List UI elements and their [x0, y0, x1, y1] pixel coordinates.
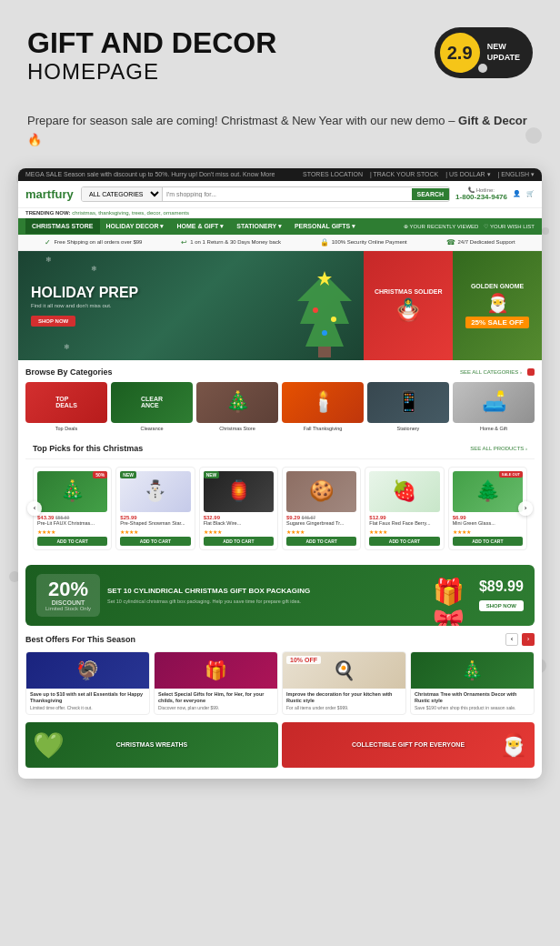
category-stationery[interactable]: 📱 Stationery [367, 382, 449, 431]
add-to-cart-btn-1[interactable]: ADD TO CART [37, 537, 107, 546]
hero-title: HOLIDAY PREP [31, 285, 138, 301]
trust-bar: ✓ Free Shipping on all orders over $99 ↩… [18, 235, 542, 251]
product-stars-1: ★★★★ [37, 528, 107, 535]
offers-grid: 🦃 Save up to $10 with set all Essentials… [25, 651, 535, 715]
site-logo[interactable]: martfury [25, 187, 75, 201]
add-to-cart-btn-4[interactable]: ADD TO CART [286, 537, 356, 546]
cat-name-christmas: Christmas Store [219, 426, 255, 431]
navbar-icons: 👤 🛒 [513, 190, 535, 197]
products-section: Top Picks for this Christmas SEE ALL PRO… [18, 438, 542, 565]
tree-svg [293, 269, 356, 360]
svg-point-4 [322, 330, 327, 336]
snowflake-2: ❄ [91, 265, 97, 273]
add-to-cart-btn-3[interactable]: ADD TO CART [204, 537, 274, 546]
stores-link[interactable]: STORES LOCATION [303, 171, 363, 177]
nav-item-holiday[interactable]: HOLIDAY DECOR ▾ [100, 218, 171, 235]
svg-point-3 [331, 317, 336, 322]
offer-card-3[interactable]: 🍳 10% OFF Improve the decoration for you… [282, 651, 406, 715]
topbar: MEGA SALE Season sale with discount up t… [18, 168, 542, 181]
user-icon[interactable]: 👤 [513, 190, 521, 197]
trending-label: TRENDING NOW: [25, 210, 71, 216]
category-top-deals[interactable]: TOPDEALS Top Deals [25, 382, 107, 431]
product-card-1: 50% 🎄 $43.39 $55.69 Pre-Lit FAUX Christm… [33, 467, 112, 550]
promo-title: SET 10 CYLINDRICAL CHRISTMAS GIFT BOX PA… [107, 587, 419, 596]
product-name-2: Pre-Shaped Snowman Star... [120, 520, 190, 527]
promo-percentage: 20% [45, 579, 91, 599]
search-button[interactable]: SEARCH [412, 188, 450, 200]
hero-side-items: CHRISTMAS SOLIDER 🪆 Golden Gnome 🎅 25% S… [364, 251, 542, 360]
categories-title: Browse By Categories [25, 367, 113, 377]
return-icon: ↩ [181, 238, 187, 247]
phone-number: 1-800-234-9476 [455, 193, 507, 201]
promo-price: $89.99 [479, 579, 524, 595]
track-link[interactable]: | TRACK YOUR STOCK [370, 171, 438, 177]
best-offers-title: Best Offers For This Season [25, 635, 135, 644]
soldier-title: CHRISTMAS SOLIDER [375, 288, 443, 296]
offer-card-1[interactable]: 🦃 Save up to $10 with set all Essentials… [25, 651, 150, 715]
cat-thumb-clearance: CLEARANCE [111, 382, 193, 423]
add-to-cart-btn-6[interactable]: ADD TO CART [453, 537, 523, 546]
cat-thumb-top-deals: TOPDEALS [25, 382, 107, 423]
category-clearance[interactable]: CLEARANCE Clearance [111, 382, 193, 431]
cat-name-top-deals: Top Deals [55, 426, 77, 431]
soldier-decoration: 🪆 [395, 297, 422, 323]
currency-link[interactable]: | US DOLLAR ▾ [445, 171, 490, 177]
promo-price-block: $89.99 SHOP NOW [479, 579, 524, 611]
product-card-3: NEW 🏮 $32.99 Flat Black Wire... ★★★★ ADD… [199, 467, 278, 550]
promo-off-label: DISCOUNT [45, 599, 91, 606]
offer-card-4[interactable]: 🎄 Christmas Tree with Ornaments Decor wi… [410, 651, 535, 715]
see-all-products[interactable]: SEE ALL PRODUCTS › [470, 446, 527, 451]
promo-description: Set 10 cylindrical christmas gift box pa… [107, 599, 419, 604]
products-arrow-left[interactable]: ‹ [27, 501, 42, 516]
offers-prev-btn[interactable]: ‹ [505, 633, 518, 646]
nav-item-christmas[interactable]: CHRISTMAS STORE [25, 218, 100, 234]
decor-dot-2 [478, 64, 487, 73]
language-link[interactable]: | ENGLISH ▾ [498, 171, 535, 177]
add-to-cart-btn-2[interactable]: ADD TO CART [120, 537, 190, 546]
category-christmas[interactable]: 🎄 Christmas Store [196, 382, 278, 431]
hero-slider: ❄ ❄ ❄ HOLIDAY PREP Find it all now and d… [18, 251, 542, 360]
security-icon: 🔒 [320, 238, 329, 247]
product-stars-4: ★★★★ [286, 528, 356, 535]
hero-card-gnome: Golden Gnome 🎅 25% SALE OFF [453, 251, 542, 360]
promo-shop-button[interactable]: SHOP NOW [479, 600, 524, 611]
category-fall[interactable]: 🕯️ Fall Thanksgiving [282, 382, 364, 431]
add-to-cart-btn-5[interactable]: ADD TO CART [369, 537, 439, 546]
nav-item-home[interactable]: HOME & GIFT ▾ [170, 218, 230, 235]
cat-thumb-christmas: 🎄 [196, 382, 278, 423]
cat-thumb-home: 🛋️ [453, 382, 535, 423]
cat-name-fall: Fall Thanksgiving [304, 426, 343, 431]
wreaths-label: CHRISTMAS WREATHS [116, 741, 187, 748]
page-title-line1: GIFT AND DECOR [27, 27, 276, 59]
cart-icon[interactable]: 🛒 [526, 190, 535, 197]
offer-card-2[interactable]: 🎁 Select Special Gifts for Him, for Her,… [154, 651, 278, 715]
offer-body-2: Select Special Gifts for Him, for Her, f… [155, 689, 277, 714]
offer-title-1: Save up to $10 with set all Essentials f… [30, 691, 145, 704]
offers-next-btn[interactable]: › [522, 633, 535, 646]
trending-tags[interactable]: christmas, thanksgiving, trees, decor, o… [72, 210, 189, 216]
trust-return: ↩ 1 on 1 Return & 30 Days Money back [181, 238, 281, 247]
recently-viewed[interactable]: ⊕ YOUR RECENTLY VIEWED [404, 223, 478, 229]
topbar-links: STORES LOCATION | TRACK YOUR STOCK | US … [297, 171, 535, 178]
hero-shop-button[interactable]: SHOP NOW [31, 316, 75, 327]
categories-grid: TOPDEALS Top Deals CLEARANCE Clearance 🎄 [25, 382, 535, 431]
category-home[interactable]: 🛋️ Home & Gift [453, 382, 535, 431]
product-name-3: Flat Black Wire... [204, 520, 274, 527]
nav-item-personal[interactable]: PERSONAL GIFTS ▾ [288, 218, 362, 235]
promo-discount-block: 20% DISCOUNT Limited Stock Only [36, 574, 100, 617]
teaser-collectible[interactable]: Collectible Gift for Everyone 🎅 [282, 722, 535, 768]
preview-container: MEGA SALE Season sale with discount up t… [18, 168, 542, 779]
see-all-categories[interactable]: SEE ALL CATEGORIES › [460, 369, 522, 375]
product-stars-3: ★★★★ [204, 528, 274, 535]
category-select[interactable]: ALL CATEGORIES [82, 187, 163, 201]
products-arrow-right[interactable]: › [518, 501, 533, 516]
topbar-promo: MEGA SALE Season sale with discount up t… [25, 171, 275, 177]
page-title-block: GIFT AND DECOR HOMEPAGE [27, 27, 276, 85]
teaser-wreaths[interactable]: 💚 CHRISTMAS WREATHS [25, 722, 278, 768]
search-input[interactable] [163, 188, 412, 200]
gnome-decoration: 🎅 [486, 292, 509, 314]
product-card-5: 🍓 $12.99 Flat Faux Red Face Berry... ★★★… [365, 467, 444, 550]
wish-list[interactable]: ♡ YOUR WISH LIST [484, 223, 535, 229]
nav-item-stationery[interactable]: STATIONERY ▾ [230, 218, 288, 235]
sale-badge: 25% SALE OFF [465, 317, 529, 328]
